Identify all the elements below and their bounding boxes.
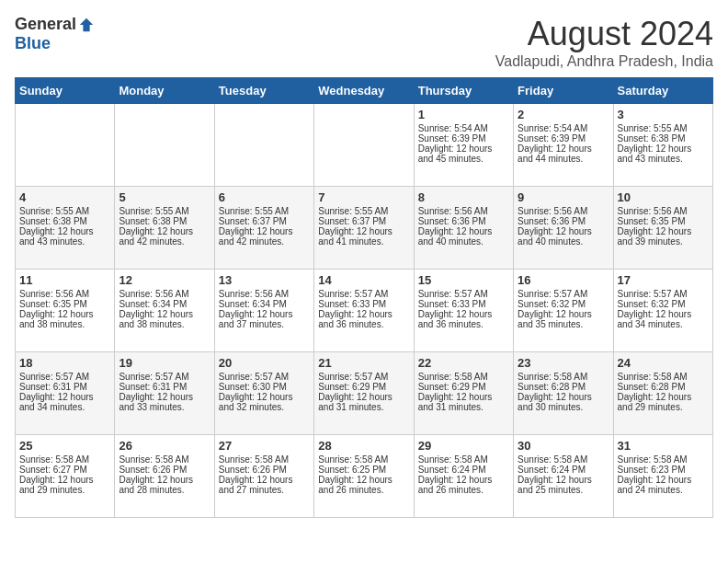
calendar-cell: 5Sunrise: 5:55 AM Sunset: 6:38 PM Daylig…	[115, 187, 214, 270]
day-info: Sunrise: 5:58 AM Sunset: 6:28 PM Dayligh…	[518, 372, 609, 412]
weekday-header-friday: Friday	[514, 78, 613, 104]
logo: General Blue	[15, 15, 95, 53]
calendar-cell: 12Sunrise: 5:56 AM Sunset: 6:34 PM Dayli…	[115, 270, 214, 352]
weekday-header-sunday: Sunday	[16, 78, 115, 104]
day-info: Sunrise: 5:57 AM Sunset: 6:31 PM Dayligh…	[119, 372, 210, 412]
day-info: Sunrise: 5:58 AM Sunset: 6:24 PM Dayligh…	[418, 454, 509, 495]
day-number: 4	[19, 190, 110, 204]
calendar-cell: 1Sunrise: 5:54 AM Sunset: 6:39 PM Daylig…	[414, 104, 513, 187]
calendar-cell: 15Sunrise: 5:57 AM Sunset: 6:33 PM Dayli…	[414, 270, 513, 352]
calendar-cell: 13Sunrise: 5:56 AM Sunset: 6:34 PM Dayli…	[214, 270, 313, 352]
calendar-cell: 3Sunrise: 5:55 AM Sunset: 6:38 PM Daylig…	[613, 104, 712, 187]
day-info: Sunrise: 5:56 AM Sunset: 6:35 PM Dayligh…	[618, 206, 709, 247]
day-info: Sunrise: 5:56 AM Sunset: 6:36 PM Dayligh…	[518, 206, 609, 247]
day-info: Sunrise: 5:57 AM Sunset: 6:31 PM Dayligh…	[19, 372, 110, 412]
weekday-header-monday: Monday	[115, 78, 214, 104]
day-info: Sunrise: 5:56 AM Sunset: 6:34 PM Dayligh…	[119, 289, 210, 329]
month-year-title: August 2024	[495, 15, 713, 53]
day-number: 9	[518, 190, 609, 204]
calendar-cell: 25Sunrise: 5:58 AM Sunset: 6:27 PM Dayli…	[16, 435, 115, 518]
day-info: Sunrise: 5:55 AM Sunset: 6:38 PM Dayligh…	[618, 123, 709, 164]
day-number: 16	[518, 273, 609, 287]
calendar-cell	[314, 104, 414, 187]
calendar-week-row: 1Sunrise: 5:54 AM Sunset: 6:39 PM Daylig…	[16, 104, 713, 187]
day-info: Sunrise: 5:56 AM Sunset: 6:35 PM Dayligh…	[19, 289, 110, 329]
calendar-cell	[115, 104, 214, 187]
day-info: Sunrise: 5:57 AM Sunset: 6:29 PM Dayligh…	[318, 372, 409, 412]
day-number: 13	[219, 273, 310, 287]
location-subtitle: Vadlapudi, Andhra Pradesh, India	[495, 53, 713, 70]
calendar-cell: 2Sunrise: 5:54 AM Sunset: 6:39 PM Daylig…	[514, 104, 613, 187]
calendar-cell: 16Sunrise: 5:57 AM Sunset: 6:32 PM Dayli…	[514, 270, 613, 352]
day-number: 8	[418, 190, 509, 204]
day-info: Sunrise: 5:54 AM Sunset: 6:39 PM Dayligh…	[518, 123, 609, 164]
calendar-table: SundayMondayTuesdayWednesdayThursdayFrid…	[15, 77, 713, 518]
day-number: 14	[318, 273, 409, 287]
title-area: August 2024 Vadlapudi, Andhra Pradesh, I…	[495, 15, 713, 70]
calendar-cell: 9Sunrise: 5:56 AM Sunset: 6:36 PM Daylig…	[514, 187, 613, 270]
calendar-cell: 22Sunrise: 5:58 AM Sunset: 6:29 PM Dayli…	[414, 352, 513, 435]
day-info: Sunrise: 5:56 AM Sunset: 6:36 PM Dayligh…	[418, 206, 509, 247]
day-info: Sunrise: 5:57 AM Sunset: 6:30 PM Dayligh…	[219, 372, 310, 412]
day-number: 18	[19, 356, 110, 370]
calendar-cell: 27Sunrise: 5:58 AM Sunset: 6:26 PM Dayli…	[214, 435, 313, 518]
calendar-cell: 19Sunrise: 5:57 AM Sunset: 6:31 PM Dayli…	[115, 352, 214, 435]
day-info: Sunrise: 5:58 AM Sunset: 6:28 PM Dayligh…	[618, 372, 709, 412]
day-number: 21	[318, 356, 409, 370]
day-info: Sunrise: 5:57 AM Sunset: 6:33 PM Dayligh…	[318, 289, 409, 329]
calendar-cell: 18Sunrise: 5:57 AM Sunset: 6:31 PM Dayli…	[16, 352, 115, 435]
calendar-cell: 10Sunrise: 5:56 AM Sunset: 6:35 PM Dayli…	[613, 187, 712, 270]
calendar-cell: 21Sunrise: 5:57 AM Sunset: 6:29 PM Dayli…	[314, 352, 414, 435]
day-number: 17	[618, 273, 709, 287]
day-number: 15	[418, 273, 509, 287]
logo-general-text: General	[15, 15, 76, 34]
calendar-cell: 23Sunrise: 5:58 AM Sunset: 6:28 PM Dayli…	[514, 352, 613, 435]
weekday-header-thursday: Thursday	[414, 78, 513, 104]
day-info: Sunrise: 5:58 AM Sunset: 6:24 PM Dayligh…	[518, 454, 609, 495]
calendar-header: SundayMondayTuesdayWednesdayThursdayFrid…	[16, 78, 713, 104]
calendar-cell: 4Sunrise: 5:55 AM Sunset: 6:38 PM Daylig…	[16, 187, 115, 270]
day-number: 19	[119, 356, 210, 370]
day-number: 2	[518, 108, 609, 121]
day-number: 23	[518, 356, 609, 370]
day-info: Sunrise: 5:56 AM Sunset: 6:34 PM Dayligh…	[219, 289, 310, 329]
day-number: 22	[418, 356, 509, 370]
calendar-cell: 6Sunrise: 5:55 AM Sunset: 6:37 PM Daylig…	[214, 187, 313, 270]
calendar-week-row: 25Sunrise: 5:58 AM Sunset: 6:27 PM Dayli…	[16, 435, 713, 518]
day-info: Sunrise: 5:58 AM Sunset: 6:29 PM Dayligh…	[418, 372, 509, 412]
day-info: Sunrise: 5:58 AM Sunset: 6:26 PM Dayligh…	[219, 454, 310, 495]
svg-marker-0	[80, 17, 93, 30]
day-info: Sunrise: 5:58 AM Sunset: 6:26 PM Dayligh…	[119, 454, 210, 495]
calendar-cell: 17Sunrise: 5:57 AM Sunset: 6:32 PM Dayli…	[613, 270, 712, 352]
calendar-cell: 11Sunrise: 5:56 AM Sunset: 6:35 PM Dayli…	[16, 270, 115, 352]
calendar-cell: 7Sunrise: 5:55 AM Sunset: 6:37 PM Daylig…	[314, 187, 414, 270]
calendar-week-row: 11Sunrise: 5:56 AM Sunset: 6:35 PM Dayli…	[16, 270, 713, 352]
day-number: 10	[618, 190, 709, 204]
day-info: Sunrise: 5:57 AM Sunset: 6:32 PM Dayligh…	[618, 289, 709, 329]
day-number: 11	[19, 273, 110, 287]
day-info: Sunrise: 5:55 AM Sunset: 6:38 PM Dayligh…	[119, 206, 210, 247]
calendar-cell: 26Sunrise: 5:58 AM Sunset: 6:26 PM Dayli…	[115, 435, 214, 518]
day-number: 20	[219, 356, 310, 370]
weekday-header-row: SundayMondayTuesdayWednesdayThursdayFrid…	[16, 78, 713, 104]
day-info: Sunrise: 5:55 AM Sunset: 6:37 PM Dayligh…	[219, 206, 310, 247]
day-number: 28	[318, 439, 409, 453]
logo-blue-text: Blue	[15, 34, 51, 52]
day-number: 29	[418, 439, 509, 453]
weekday-header-saturday: Saturday	[613, 78, 712, 104]
calendar-cell: 20Sunrise: 5:57 AM Sunset: 6:30 PM Dayli…	[214, 352, 313, 435]
calendar-cell	[16, 104, 115, 187]
calendar-cell: 14Sunrise: 5:57 AM Sunset: 6:33 PM Dayli…	[314, 270, 414, 352]
calendar-cell: 30Sunrise: 5:58 AM Sunset: 6:24 PM Dayli…	[514, 435, 613, 518]
day-info: Sunrise: 5:55 AM Sunset: 6:38 PM Dayligh…	[19, 206, 110, 247]
calendar-cell: 31Sunrise: 5:58 AM Sunset: 6:23 PM Dayli…	[613, 435, 712, 518]
day-info: Sunrise: 5:57 AM Sunset: 6:32 PM Dayligh…	[518, 289, 609, 329]
calendar-cell: 8Sunrise: 5:56 AM Sunset: 6:36 PM Daylig…	[414, 187, 513, 270]
calendar-cell	[214, 104, 313, 187]
calendar-cell: 28Sunrise: 5:58 AM Sunset: 6:25 PM Dayli…	[314, 435, 414, 518]
day-number: 26	[119, 439, 210, 453]
day-number: 7	[318, 190, 409, 204]
calendar-cell: 29Sunrise: 5:58 AM Sunset: 6:24 PM Dayli…	[414, 435, 513, 518]
day-number: 27	[219, 439, 310, 453]
day-number: 24	[618, 356, 709, 370]
